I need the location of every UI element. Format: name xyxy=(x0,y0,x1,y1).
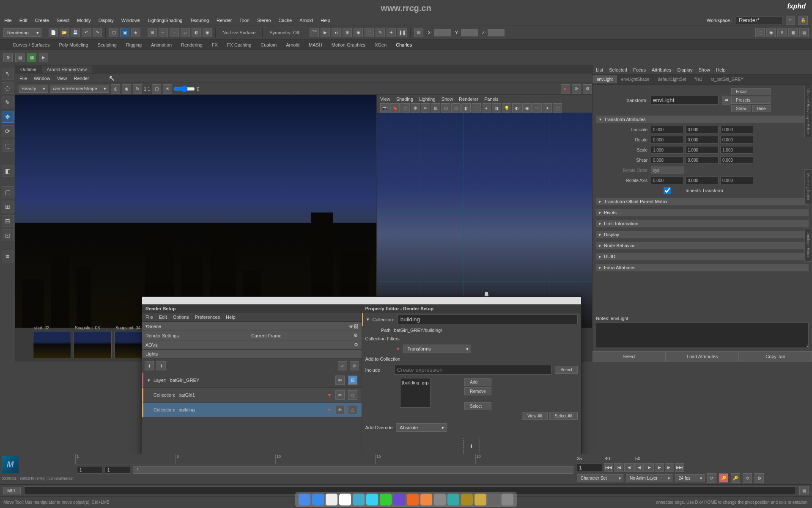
camera-dropdown[interactable]: cameraRenderShape▾ xyxy=(50,85,109,93)
hypershade-icon[interactable]: ◉ xyxy=(766,28,776,37)
vp-grid-icon[interactable]: ⊞ xyxy=(431,103,440,113)
focus-button[interactable]: Focus xyxy=(731,88,771,95)
vp-motion-icon[interactable]: 〰 xyxy=(532,103,542,113)
ae-load-button[interactable]: Load Attributes xyxy=(666,351,739,362)
rv-scale[interactable]: 1:1 xyxy=(144,86,150,91)
ae-focus[interactable]: Focus xyxy=(633,67,646,72)
shelf-grid-icon[interactable]: ▦ xyxy=(27,53,36,62)
snap-grid-icon[interactable]: ⊞ xyxy=(148,28,157,37)
snap-plane-icon[interactable]: ▱ xyxy=(181,28,190,37)
pe-col-input[interactable] xyxy=(398,315,578,324)
vp-2d-pan-icon[interactable]: ✥ xyxy=(411,103,420,113)
shelf-animation[interactable]: Animation xyxy=(151,42,172,47)
scale-y[interactable] xyxy=(686,146,719,154)
vp-panels[interactable]: Panels xyxy=(484,97,499,102)
rv-exposure-icon[interactable]: ☀ xyxy=(163,84,172,94)
snap-live-icon[interactable]: ◉ xyxy=(203,28,212,37)
section-extra[interactable]: Extra Attributes xyxy=(596,264,809,271)
dock-teams-icon[interactable] xyxy=(393,494,405,505)
section-uuid[interactable]: UUID xyxy=(596,253,809,260)
rv-region-icon[interactable]: ◎ xyxy=(111,84,120,94)
rv-start-icon[interactable]: ▶ xyxy=(561,84,570,94)
prefs-icon[interactable]: ⚙ xyxy=(754,473,764,483)
layout-4view-icon[interactable]: ⊞ xyxy=(2,201,14,213)
vp-select-cam-icon[interactable]: 📷 xyxy=(380,103,390,113)
pe-add-button[interactable]: Add xyxy=(464,378,491,386)
shelf-play-icon[interactable]: ▶ xyxy=(39,53,48,62)
menu-help[interactable]: Help xyxy=(321,18,330,23)
rotorder-dropdown[interactable] xyxy=(651,166,684,174)
select-tool[interactable]: ↖ xyxy=(2,68,14,80)
rv-isolate-icon[interactable]: ↻ xyxy=(133,84,142,94)
pe-override-dropdown[interactable]: Absolute xyxy=(396,423,447,432)
range-slider[interactable]: 1 xyxy=(133,466,573,474)
rs-import-icon[interactable]: ⬇ xyxy=(145,361,154,370)
rotate-y[interactable] xyxy=(686,136,719,144)
dock-app-icon[interactable] xyxy=(353,494,365,505)
ae-list[interactable]: List xyxy=(596,67,603,72)
rotaxis-y[interactable] xyxy=(686,177,719,184)
ae-show[interactable]: Show xyxy=(698,67,710,72)
ipr-icon[interactable]: ▶ xyxy=(321,28,330,37)
vp-isolate-icon[interactable]: ⬚ xyxy=(553,103,562,113)
ae-tab-envlightshape[interactable]: envLightShape xyxy=(617,75,654,83)
autokey-icon[interactable]: 🔑 xyxy=(719,473,728,483)
pe-include-list[interactable]: |building_grp xyxy=(400,378,431,408)
dock-app3-icon[interactable] xyxy=(434,494,446,505)
viewport[interactable]: View Shading Lighting Show Renderer Pane… xyxy=(376,95,592,328)
rv-file[interactable]: File xyxy=(19,76,27,81)
shelf-poly[interactable]: Poly Modeling xyxy=(59,42,88,47)
menu-render[interactable]: Render xyxy=(217,18,232,23)
menu-lighting[interactable]: Lighting/Shading xyxy=(148,18,182,23)
snap-curve-icon[interactable]: 〰 xyxy=(159,28,168,37)
vp-shading[interactable]: Shading xyxy=(396,97,413,102)
save-icon[interactable]: 💾 xyxy=(71,28,80,37)
inherits-checkbox[interactable] xyxy=(651,187,684,194)
redo-icon[interactable]: ↷ xyxy=(93,28,102,37)
vp-lighting[interactable]: Lighting xyxy=(419,97,436,102)
vp-wireframe-icon[interactable]: ⬚ xyxy=(472,103,481,113)
layout-custom-icon[interactable]: ≡ xyxy=(2,251,14,262)
range-start-input[interactable] xyxy=(77,466,102,474)
menu-display[interactable]: Display xyxy=(99,18,114,23)
modeling-toolkit-icon[interactable]: ⬚ xyxy=(755,28,765,37)
side-tab-attreditor[interactable]: Attribute Editor xyxy=(804,229,812,262)
rotate-z[interactable] xyxy=(720,136,753,144)
shear-y[interactable] xyxy=(686,156,719,164)
step-fwd-icon[interactable]: ▶ xyxy=(655,463,664,472)
vp-smooth-icon[interactable]: ● xyxy=(482,103,491,113)
transform-name-input[interactable] xyxy=(651,96,719,105)
ae-help[interactable]: Help xyxy=(716,67,726,72)
vp-shadows-icon[interactable]: ◐ xyxy=(512,103,521,113)
col-isolate-icon[interactable]: ◌ xyxy=(348,390,357,400)
snap-point-icon[interactable]: · xyxy=(170,28,179,37)
section-pivots[interactable]: Pivots xyxy=(596,209,809,216)
gear-icon[interactable]: ⚙ xyxy=(354,342,358,348)
menu-create[interactable]: Create xyxy=(35,18,49,23)
script-editor-icon[interactable]: ▤ xyxy=(799,486,809,495)
aov-dropdown[interactable]: Beauty▾ xyxy=(19,85,48,93)
menu-arnold[interactable]: Arnold xyxy=(299,18,313,23)
vp-view[interactable]: View xyxy=(380,97,390,102)
rs-export-icon[interactable]: ⬆ xyxy=(156,361,166,370)
shelf-curves[interactable]: Curves / Surfaces xyxy=(13,42,49,47)
pe-selectall-button[interactable]: Select All xyxy=(549,412,578,420)
menu-stereo[interactable]: Stereo xyxy=(257,18,271,23)
charset-dropdown[interactable]: Character Set xyxy=(577,474,623,482)
rs-aovs[interactable]: AOVs⚙ xyxy=(142,340,362,350)
sel-comp-icon[interactable]: ▣ xyxy=(120,28,129,37)
tab-arnold-renderview[interactable]: Arnold RenderView xyxy=(42,66,92,73)
shelf-rigging[interactable]: Rigging xyxy=(126,42,142,47)
shelf-gear-icon[interactable]: ⚙ xyxy=(3,53,13,62)
step-back-icon[interactable]: ◀ xyxy=(624,463,634,472)
hw-render-icon[interactable]: ⬚ xyxy=(365,28,374,37)
side-tab-modeling[interactable]: Modeling Toolkit xyxy=(804,169,812,204)
col-isolate-icon[interactable]: ◌ xyxy=(348,405,357,414)
workspace-dropdown[interactable] xyxy=(736,17,782,24)
snap-surface-icon[interactable]: ◐ xyxy=(192,28,201,37)
lasso-tool[interactable]: ◌ xyxy=(2,82,14,94)
rv-window[interactable]: Window xyxy=(34,76,50,81)
rv-frame-icon[interactable]: ▢ xyxy=(152,84,161,94)
dock-whatsapp-icon[interactable] xyxy=(380,494,392,505)
step-back-key-icon[interactable]: |◀ xyxy=(614,463,623,472)
